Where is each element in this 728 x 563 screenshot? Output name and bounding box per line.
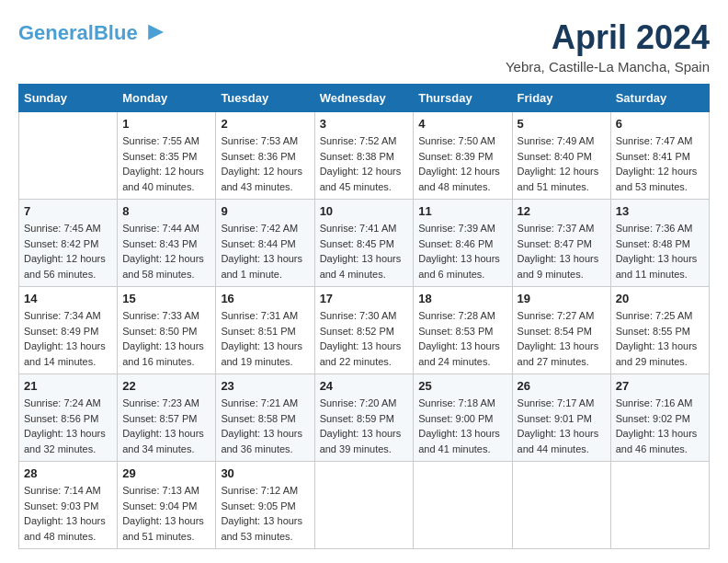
sunrise: Sunrise: 7:16 AM xyxy=(616,396,704,411)
calendar-cell: 24Sunrise: 7:20 AMSunset: 8:59 PMDayligh… xyxy=(314,374,414,462)
sunrise: Sunrise: 7:37 AM xyxy=(518,221,606,236)
calendar-cell xyxy=(314,462,414,549)
daylight: Daylight: 13 hours and 44 minutes. xyxy=(518,426,606,456)
daylight: Daylight: 12 hours and 58 minutes. xyxy=(122,251,210,282)
day-number: 13 xyxy=(616,204,704,218)
daylight: Daylight: 12 hours and 40 minutes. xyxy=(122,164,210,194)
calendar-cell: 12Sunrise: 7:37 AMSunset: 8:47 PMDayligh… xyxy=(512,200,610,287)
sunrise: Sunrise: 7:52 AM xyxy=(320,133,409,149)
sunset: Sunset: 8:54 PM xyxy=(518,324,606,339)
daylight: Daylight: 13 hours and 53 minutes. xyxy=(221,513,309,544)
daylight: Daylight: 13 hours and 1 minute. xyxy=(221,251,309,282)
sunset: Sunset: 8:38 PM xyxy=(320,149,409,165)
calendar-cell: 3Sunrise: 7:52 AMSunset: 8:38 PMDaylight… xyxy=(314,112,414,200)
calendar-cell: 21Sunrise: 7:24 AMSunset: 8:56 PMDayligh… xyxy=(19,374,118,462)
header-row: SundayMondayTuesdayWednesdayThursdayFrid… xyxy=(19,85,710,112)
day-info: Sunrise: 7:16 AMSunset: 9:02 PMDaylight:… xyxy=(616,396,704,456)
day-info: Sunrise: 7:27 AMSunset: 8:54 PMDaylight:… xyxy=(518,308,606,369)
day-number: 25 xyxy=(418,379,506,393)
day-info: Sunrise: 7:53 AMSunset: 8:36 PMDaylight:… xyxy=(221,133,309,194)
sunset: Sunset: 8:55 PM xyxy=(616,324,704,339)
day-info: Sunrise: 7:20 AMSunset: 8:59 PMDaylight:… xyxy=(320,396,409,456)
day-info: Sunrise: 7:50 AMSunset: 8:39 PMDaylight:… xyxy=(418,133,506,194)
calendar-cell: 27Sunrise: 7:16 AMSunset: 9:02 PMDayligh… xyxy=(610,374,709,462)
calendar-cell: 11Sunrise: 7:39 AMSunset: 8:46 PMDayligh… xyxy=(414,200,512,287)
calendar-cell: 30Sunrise: 7:12 AMSunset: 9:05 PMDayligh… xyxy=(216,462,314,549)
sunrise: Sunrise: 7:25 AM xyxy=(616,308,704,324)
sunrise: Sunrise: 7:53 AM xyxy=(221,133,309,149)
title-section: April 2024 Yebra, Castille-La Mancha, Sp… xyxy=(506,18,710,75)
day-info: Sunrise: 7:36 AMSunset: 8:48 PMDaylight:… xyxy=(616,221,704,282)
day-number: 22 xyxy=(122,379,210,393)
sunset: Sunset: 8:35 PM xyxy=(122,149,210,165)
header-day-friday: Friday xyxy=(512,85,610,112)
day-number: 6 xyxy=(616,117,704,131)
sunset: Sunset: 8:50 PM xyxy=(122,324,210,339)
sunrise: Sunrise: 7:45 AM xyxy=(24,221,112,236)
sunset: Sunset: 8:40 PM xyxy=(518,149,606,165)
day-number: 14 xyxy=(24,292,112,305)
sunrise: Sunrise: 7:47 AM xyxy=(616,133,704,149)
location: Yebra, Castille-La Mancha, Spain xyxy=(506,59,710,75)
sunrise: Sunrise: 7:50 AM xyxy=(418,133,506,149)
calendar-cell xyxy=(512,462,610,549)
day-number: 27 xyxy=(616,379,704,393)
day-number: 23 xyxy=(221,379,309,393)
day-info: Sunrise: 7:44 AMSunset: 8:43 PMDaylight:… xyxy=(122,221,210,282)
week-row-2: 7Sunrise: 7:45 AMSunset: 8:42 PMDaylight… xyxy=(19,200,710,287)
week-row-4: 21Sunrise: 7:24 AMSunset: 8:56 PMDayligh… xyxy=(19,374,710,462)
daylight: Daylight: 13 hours and 4 minutes. xyxy=(320,251,409,282)
day-info: Sunrise: 7:13 AMSunset: 9:04 PMDaylight:… xyxy=(122,483,210,544)
daylight: Daylight: 13 hours and 39 minutes. xyxy=(320,426,409,456)
daylight: Daylight: 13 hours and 46 minutes. xyxy=(616,426,704,456)
day-number: 30 xyxy=(221,466,309,480)
daylight: Daylight: 12 hours and 56 minutes. xyxy=(24,251,112,282)
calendar-cell: 6Sunrise: 7:47 AMSunset: 8:41 PMDaylight… xyxy=(610,112,709,200)
calendar-cell: 14Sunrise: 7:34 AMSunset: 8:49 PMDayligh… xyxy=(19,287,118,374)
calendar-cell: 10Sunrise: 7:41 AMSunset: 8:45 PMDayligh… xyxy=(314,200,414,287)
day-info: Sunrise: 7:52 AMSunset: 8:38 PMDaylight:… xyxy=(320,133,409,194)
logo: GeneralBlue ► xyxy=(18,18,168,44)
daylight: Daylight: 13 hours and 11 minutes. xyxy=(616,251,704,282)
sunrise: Sunrise: 7:18 AM xyxy=(418,396,506,411)
sunset: Sunset: 8:44 PM xyxy=(221,236,309,252)
day-number: 21 xyxy=(24,379,112,393)
daylight: Daylight: 12 hours and 53 minutes. xyxy=(616,164,704,194)
sunset: Sunset: 8:46 PM xyxy=(418,236,506,252)
sunrise: Sunrise: 7:20 AM xyxy=(320,396,409,411)
sunset: Sunset: 9:01 PM xyxy=(518,411,606,427)
sunrise: Sunrise: 7:14 AM xyxy=(24,483,112,499)
calendar-cell: 17Sunrise: 7:30 AMSunset: 8:52 PMDayligh… xyxy=(314,287,414,374)
day-info: Sunrise: 7:34 AMSunset: 8:49 PMDaylight:… xyxy=(24,308,112,369)
calendar-table: SundayMondayTuesdayWednesdayThursdayFrid… xyxy=(18,84,710,549)
day-info: Sunrise: 7:42 AMSunset: 8:44 PMDaylight:… xyxy=(221,221,309,282)
day-info: Sunrise: 7:14 AMSunset: 9:03 PMDaylight:… xyxy=(24,483,112,544)
daylight: Daylight: 13 hours and 9 minutes. xyxy=(518,251,606,282)
calendar-cell: 23Sunrise: 7:21 AMSunset: 8:58 PMDayligh… xyxy=(216,374,314,462)
sunrise: Sunrise: 7:27 AM xyxy=(518,308,606,324)
day-info: Sunrise: 7:30 AMSunset: 8:52 PMDaylight:… xyxy=(320,308,409,369)
sunrise: Sunrise: 7:23 AM xyxy=(122,396,210,411)
daylight: Daylight: 13 hours and 16 minutes. xyxy=(122,339,210,369)
sunrise: Sunrise: 7:31 AM xyxy=(221,308,309,324)
sunrise: Sunrise: 7:36 AM xyxy=(616,221,704,236)
day-info: Sunrise: 7:55 AMSunset: 8:35 PMDaylight:… xyxy=(122,133,210,194)
day-number: 9 xyxy=(221,204,309,218)
calendar-cell: 18Sunrise: 7:28 AMSunset: 8:53 PMDayligh… xyxy=(414,287,512,374)
day-number: 20 xyxy=(616,292,704,305)
calendar-cell: 2Sunrise: 7:53 AMSunset: 8:36 PMDaylight… xyxy=(216,112,314,200)
calendar-cell xyxy=(414,462,512,549)
sunrise: Sunrise: 7:55 AM xyxy=(122,133,210,149)
page-header: GeneralBlue ► April 2024 Yebra, Castille… xyxy=(18,18,710,75)
sunset: Sunset: 8:59 PM xyxy=(320,411,409,427)
day-number: 17 xyxy=(320,292,409,305)
calendar-cell: 29Sunrise: 7:13 AMSunset: 9:04 PMDayligh… xyxy=(118,462,216,549)
day-info: Sunrise: 7:31 AMSunset: 8:51 PMDaylight:… xyxy=(221,308,309,369)
sunset: Sunset: 8:58 PM xyxy=(221,411,309,427)
sunset: Sunset: 8:39 PM xyxy=(418,149,506,165)
daylight: Daylight: 13 hours and 27 minutes. xyxy=(518,339,606,369)
calendar-cell xyxy=(19,112,118,200)
header-day-monday: Monday xyxy=(118,85,216,112)
sunset: Sunset: 8:36 PM xyxy=(221,149,309,165)
day-number: 8 xyxy=(122,204,210,218)
